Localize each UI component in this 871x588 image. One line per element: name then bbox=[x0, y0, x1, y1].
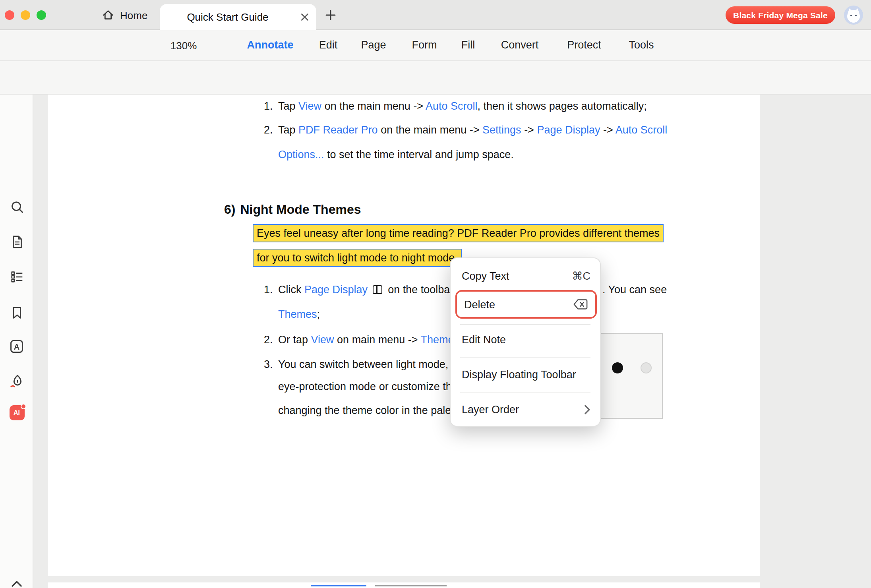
theme-color-black-swatch bbox=[612, 362, 623, 373]
menu-item-label: Display Floating Toolbar bbox=[462, 368, 576, 380]
menu-annotate[interactable]: Annotate bbox=[247, 39, 294, 51]
tab-home[interactable]: Home bbox=[95, 0, 154, 30]
account-avatar[interactable] bbox=[844, 6, 863, 25]
black-friday-sale-button[interactable]: Black Friday Mega Sale bbox=[726, 6, 835, 24]
backspace-icon bbox=[573, 299, 588, 310]
search-icon[interactable] bbox=[8, 198, 25, 215]
highlight-annotation-selected[interactable]: for you to switch light mode to night mo… bbox=[253, 249, 462, 267]
menu-separator bbox=[460, 392, 590, 393]
menu-item-copy-text[interactable]: Copy Text ⌘C bbox=[451, 265, 602, 287]
menu-separator bbox=[460, 357, 590, 358]
annotation-toolbar bbox=[0, 61, 871, 95]
home-tab-label: Home bbox=[120, 9, 147, 21]
menu-edit[interactable]: Edit bbox=[319, 39, 338, 51]
list-number: 2. bbox=[264, 333, 273, 347]
doc-link[interactable]: Page Display bbox=[304, 284, 368, 296]
doc-text-line: eye-protection mode or customize the bbox=[278, 380, 458, 394]
menu-fill[interactable]: Fill bbox=[461, 39, 475, 51]
section-heading: 6) Night Mode Themes bbox=[224, 203, 361, 217]
promo-label: Black Friday Mega Sale bbox=[733, 10, 828, 20]
theme-color-gray-swatch bbox=[641, 362, 652, 373]
home-icon bbox=[102, 9, 114, 21]
highlight-annotation-selected[interactable]: Eyes feel uneasy after long time reading… bbox=[253, 224, 664, 242]
list-number: 3. bbox=[264, 358, 273, 372]
next-page-top-edge bbox=[48, 582, 760, 588]
menu-item-label: Copy Text bbox=[462, 270, 509, 282]
menu-page[interactable]: Page bbox=[361, 39, 386, 51]
new-tab-button[interactable] bbox=[324, 9, 337, 21]
minimize-window-button[interactable] bbox=[21, 10, 30, 20]
tab-quick-start-guide[interactable]: Quick Start Guide bbox=[160, 4, 316, 30]
page-display-icon bbox=[373, 285, 383, 294]
doc-link[interactable]: Options... bbox=[278, 149, 324, 161]
menu-form[interactable]: Form bbox=[412, 39, 437, 51]
menu-item-label: Delete bbox=[464, 298, 495, 310]
thumbnails-icon[interactable] bbox=[8, 233, 25, 250]
title-bar: Home Quick Start Guide Black Friday Mega… bbox=[0, 0, 871, 30]
svg-text:A: A bbox=[14, 342, 19, 351]
sign-pen-icon[interactable] bbox=[8, 373, 25, 390]
doc-text-line: Or tap View on main menu -> Themes bbox=[278, 333, 459, 347]
tab-title: Quick Start Guide bbox=[160, 4, 296, 30]
submenu-chevron-right-icon bbox=[584, 404, 590, 414]
menu-convert[interactable]: Convert bbox=[501, 39, 539, 51]
menu-tools[interactable]: Tools bbox=[629, 39, 654, 51]
doc-text-line: Tap PDF Reader Pro on the main menu -> S… bbox=[278, 123, 667, 137]
doc-link[interactable]: Themes bbox=[278, 308, 317, 320]
document-viewport[interactable]: 1. Tap View on the main menu -> Auto Scr… bbox=[33, 95, 871, 588]
menu-item-label: Layer Order bbox=[462, 403, 519, 415]
doc-text-line: changing the theme color in the palett bbox=[278, 404, 457, 418]
outline-icon[interactable] bbox=[8, 268, 25, 285]
zoom-level[interactable]: 130% bbox=[166, 40, 201, 52]
menu-shortcut: ⌘C bbox=[572, 269, 591, 282]
menu-item-edit-note[interactable]: Edit Note bbox=[451, 328, 602, 350]
bookmark-icon[interactable] bbox=[8, 304, 25, 321]
doc-link[interactable]: Settings bbox=[482, 124, 521, 136]
menu-item-label: Edit Note bbox=[462, 333, 506, 345]
menu-item-layer-order[interactable]: Layer Order bbox=[451, 398, 602, 420]
menu-item-display-floating-toolbar[interactable]: Display Floating Toolbar bbox=[451, 363, 602, 385]
doc-link[interactable]: View bbox=[311, 334, 334, 346]
close-tab-icon[interactable] bbox=[300, 12, 310, 22]
next-page-text-sliver bbox=[375, 585, 447, 586]
menu-item-delete[interactable]: Delete bbox=[455, 290, 597, 319]
menu-protect[interactable]: Protect bbox=[567, 39, 601, 51]
list-number: 1. bbox=[264, 283, 273, 297]
context-menu: Copy Text ⌘C Delete Edit Note bbox=[450, 257, 601, 427]
left-sidebar: A 8 34 bbox=[0, 95, 33, 588]
doc-link[interactable]: View bbox=[298, 100, 321, 112]
doc-text-line: You can switch between light mode, n bbox=[278, 358, 457, 372]
doc-link[interactable]: Auto Scroll bbox=[616, 124, 668, 136]
doc-text-line: Click Page Display on the toolba bbox=[278, 283, 450, 297]
annotation-list-icon[interactable]: A bbox=[8, 338, 25, 355]
main-toolbar: 130% Annotate Edit Page Form Fill Conver… bbox=[0, 30, 871, 61]
zoom-window-button[interactable] bbox=[37, 10, 46, 20]
doc-text-line: Options... to set the time interval and … bbox=[278, 148, 514, 162]
doc-link[interactable]: Page Display bbox=[537, 124, 600, 136]
menu-separator bbox=[460, 324, 590, 325]
doc-text-line: Themes; bbox=[278, 308, 320, 322]
list-number: 2. bbox=[264, 123, 273, 137]
doc-link[interactable]: Auto Scroll bbox=[426, 100, 478, 112]
list-number: 1. bbox=[264, 99, 273, 114]
doc-text-line: Tap View on the main menu -> Auto Scroll… bbox=[278, 99, 647, 114]
doc-text-fragment: . You can see bbox=[602, 283, 667, 297]
doc-link[interactable]: PDF Reader Pro bbox=[298, 124, 378, 136]
pdf-page: 1. Tap View on the main menu -> Auto Scr… bbox=[48, 95, 760, 576]
next-page-text-sliver bbox=[311, 585, 366, 586]
previous-page-icon[interactable] bbox=[8, 574, 25, 588]
app-window: Home Quick Start Guide Black Friday Mega… bbox=[0, 0, 871, 588]
ai-tools-icon[interactable] bbox=[8, 404, 25, 421]
close-window-button[interactable] bbox=[5, 10, 14, 20]
